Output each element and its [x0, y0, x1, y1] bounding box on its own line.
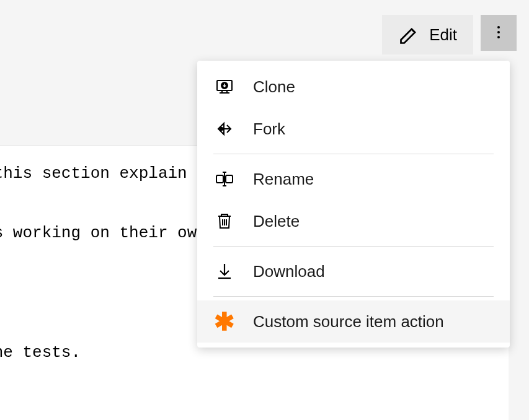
menu-label: Fork [253, 120, 285, 139]
asterisk-icon: ✱ [213, 310, 236, 333]
menu-item-download[interactable]: Download [197, 250, 510, 292]
toolbar: Edit [0, 0, 529, 65]
svg-point-2 [497, 36, 500, 38]
edit-button[interactable]: Edit [382, 15, 473, 55]
menu-label: Clone [253, 77, 295, 97]
menu-item-custom-action[interactable]: ✱ Custom source item action [197, 300, 510, 343]
menu-item-fork[interactable]: Fork [197, 108, 510, 150]
more-vertical-icon [493, 25, 504, 42]
svg-point-1 [497, 31, 500, 33]
menu-item-rename[interactable]: Rename [197, 158, 510, 200]
svg-point-5 [220, 128, 223, 130]
svg-rect-7 [226, 175, 233, 183]
edit-label: Edit [429, 25, 457, 45]
actions-dropdown: Clone Fork Rename [197, 61, 510, 348]
svg-point-0 [497, 26, 500, 28]
menu-label: Delete [253, 212, 300, 231]
trash-icon [213, 210, 236, 232]
menu-divider [213, 296, 494, 297]
fork-icon [213, 118, 236, 140]
menu-label: Rename [253, 170, 314, 189]
pencil-icon [398, 24, 420, 46]
svg-rect-6 [216, 175, 223, 183]
menu-label: Custom source item action [253, 312, 444, 331]
more-actions-button[interactable] [481, 15, 517, 51]
download-icon [213, 260, 236, 282]
menu-label: Download [253, 262, 325, 281]
menu-divider [213, 246, 494, 247]
menu-item-clone[interactable]: Clone [197, 66, 510, 108]
menu-divider [213, 154, 494, 154]
rename-icon [213, 168, 236, 190]
menu-item-delete[interactable]: Delete [197, 200, 510, 242]
clone-icon [213, 76, 236, 98]
